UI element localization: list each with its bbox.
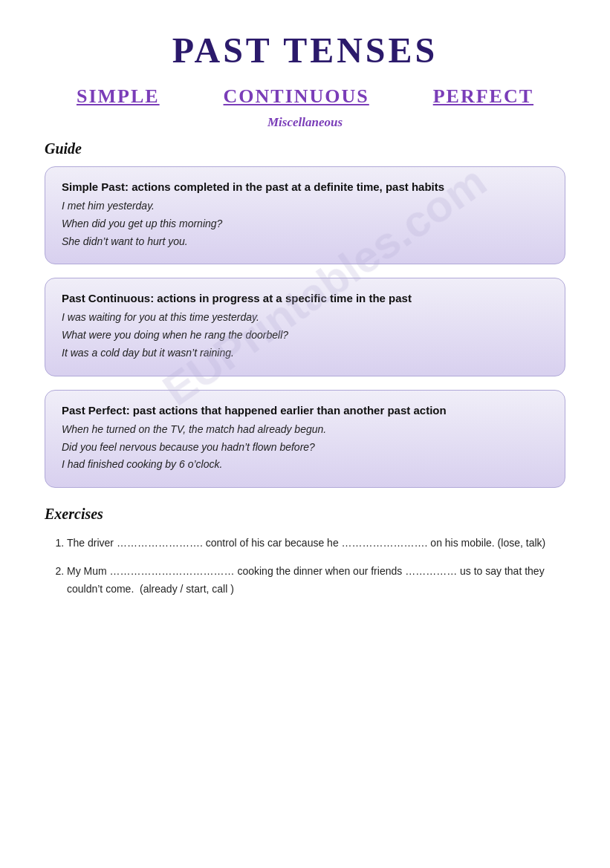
- guide-box-continuous-examples: I was waiting for you at this time yeste…: [62, 309, 548, 362]
- tense-simple-label: SIMPLE: [77, 85, 160, 108]
- tense-perfect-label: PERFECT: [433, 85, 533, 108]
- guide-box-perfect-examples: When he turned on the TV, the match had …: [62, 421, 548, 474]
- exercises-title: Exercises: [45, 506, 565, 523]
- guide-box-simple: Simple Past: actions completed in the pa…: [45, 166, 565, 264]
- guide-box-continuous: Past Continuous: actions in progress at …: [45, 278, 565, 376]
- miscellaneous-label: Miscellaneous: [45, 115, 565, 130]
- exercise-item-2: My Mum ……………………………… cooking the dinner w…: [67, 563, 565, 598]
- guide-box-simple-title: Simple Past: actions completed in the pa…: [62, 180, 548, 193]
- guide-box-continuous-title: Past Continuous: actions in progress at …: [62, 292, 548, 304]
- tense-continuous-label: CONTINUOUS: [224, 85, 369, 108]
- tenses-header: SIMPLE CONTINUOUS PERFECT: [45, 85, 565, 108]
- exercise-list: The driver ……………………. control of his car …: [45, 535, 565, 598]
- exercises-section: Exercises The driver ……………………. control o…: [45, 506, 565, 598]
- guide-box-perfect-title: Past Perfect: past actions that happened…: [62, 404, 548, 417]
- guide-box-simple-examples: I met him yesterday. When did you get up…: [62, 198, 548, 250]
- page-title: PAST TENSES: [45, 30, 565, 71]
- exercise-item-1: The driver ……………………. control of his car …: [67, 535, 565, 552]
- guide-section-title: Guide: [45, 140, 565, 157]
- guide-box-perfect: Past Perfect: past actions that happened…: [45, 390, 565, 488]
